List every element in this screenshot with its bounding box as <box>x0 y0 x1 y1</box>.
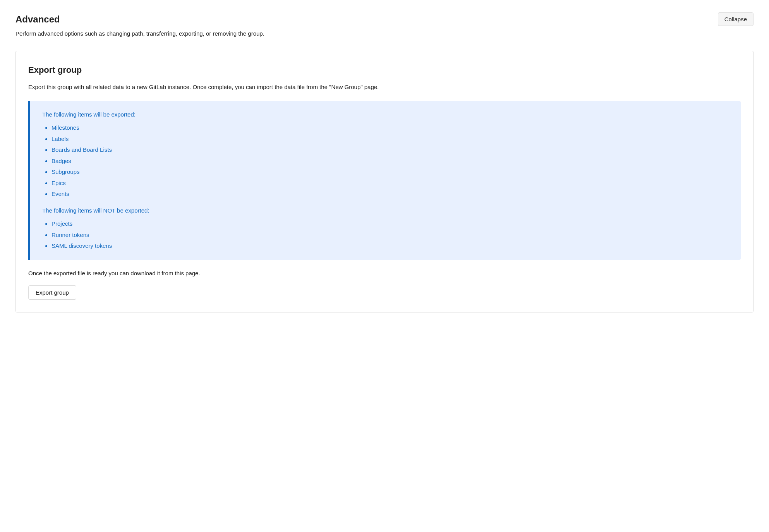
list-item: Boards and Board Lists <box>51 146 728 154</box>
list-item: Events <box>51 190 728 199</box>
section-title: Export group <box>28 63 741 76</box>
export-group-button[interactable]: Export group <box>28 285 76 300</box>
page-subtitle: Perform advanced options such as changin… <box>15 29 754 38</box>
section-description: Export this group with all related data … <box>28 82 741 92</box>
footer-text: Once the exported file is ready you can … <box>28 269 741 278</box>
will-not-be-exported-title: The following items will NOT be exported… <box>42 206 728 215</box>
collapse-button[interactable]: Collapse <box>718 12 754 26</box>
will-be-exported-title: The following items will be exported: <box>42 110 728 119</box>
list-item: Runner tokens <box>51 231 728 240</box>
list-item: SAML discovery tokens <box>51 242 728 251</box>
will-not-be-exported-list: ProjectsRunner tokensSAML discovery toke… <box>42 220 728 251</box>
list-item: Epics <box>51 179 728 188</box>
list-item: Badges <box>51 157 728 166</box>
export-group-card: Export group Export this group with all … <box>15 51 754 313</box>
list-item: Projects <box>51 220 728 228</box>
page-title: Advanced <box>15 12 60 26</box>
will-be-exported-list: MilestonesLabelsBoards and Board ListsBa… <box>42 124 728 199</box>
list-item: Labels <box>51 135 728 144</box>
list-item: Milestones <box>51 124 728 132</box>
export-info-box: The following items will be exported: Mi… <box>28 101 741 260</box>
list-item: Subgroups <box>51 168 728 177</box>
